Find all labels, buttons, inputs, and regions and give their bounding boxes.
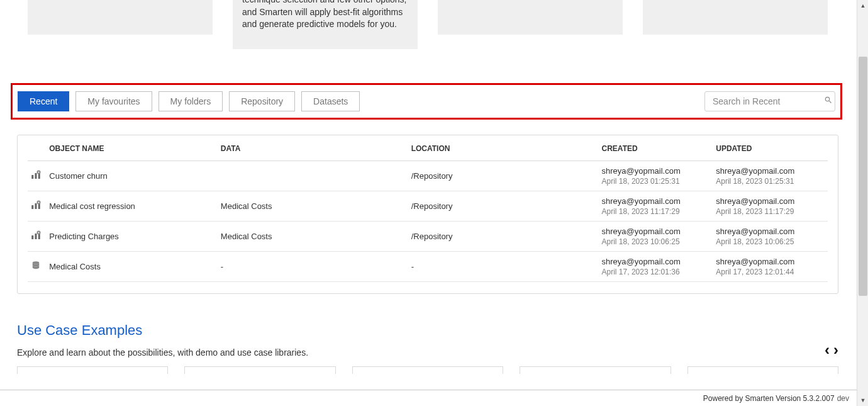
- carousel-prev-icon[interactable]: ‹: [825, 341, 830, 359]
- cell-object-name: Medical Costs: [47, 252, 218, 282]
- feature-card-2-text: technique selection and few other option…: [233, 0, 418, 38]
- feature-card-1: [28, 0, 213, 35]
- cell-object-name: Medical cost regression: [47, 191, 218, 222]
- cell-updated: shreya@yopmail.comApril 18, 2023 10:06:2…: [713, 222, 828, 252]
- vertical-scrollbar[interactable]: ▲ ▼: [857, 0, 868, 406]
- footer-text: Powered by Smarten Version 5.3.2.007: [703, 394, 835, 403]
- col-header-data: DATA: [218, 135, 409, 161]
- cell-created: shreya@yopmail.comApril 18, 2023 11:17:2…: [599, 191, 714, 222]
- search-input[interactable]: [711, 96, 824, 107]
- col-header-object-name: OBJECT NAME: [47, 135, 218, 161]
- recent-objects-panel: OBJECT NAME DATA LOCATION CREATED UPDATE…: [17, 135, 838, 294]
- cell-updated: shreya@yopmail.comApril 17, 2023 12:01:4…: [713, 252, 828, 282]
- scroll-thumb[interactable]: [859, 57, 867, 296]
- scroll-up-icon[interactable]: ▲: [857, 0, 868, 11]
- svg-rect-1: [35, 173, 37, 179]
- footer-suffix: dev: [837, 394, 849, 403]
- col-header-updated: UPDATED: [713, 135, 828, 161]
- svg-rect-0: [31, 175, 33, 179]
- cell-data: -: [218, 252, 409, 282]
- usecase-section: Use Case Examples Explore and learn abou…: [17, 322, 838, 374]
- svg-point-15: [33, 261, 40, 264]
- usecase-card-row: [17, 366, 838, 374]
- table-row[interactable]: Predicting ChargesMedical Costs/Reposito…: [28, 222, 828, 252]
- usecase-card[interactable]: [184, 366, 335, 374]
- cell-updated: shreya@yopmail.comApril 18, 2023 01:25:3…: [713, 161, 828, 191]
- usecase-card[interactable]: [17, 366, 168, 374]
- cell-location: /Repository: [409, 191, 599, 222]
- feature-card-2: technique selection and few other option…: [233, 0, 418, 49]
- search-container: [704, 91, 835, 111]
- cell-data: Medical Costs: [218, 191, 409, 222]
- tab-datasets[interactable]: Datasets: [301, 91, 360, 111]
- cell-object-name: Predicting Charges: [47, 222, 218, 252]
- svg-point-9: [38, 201, 39, 203]
- cell-location: /Repository: [409, 222, 599, 252]
- tab-bar: RecentMy favouritesMy foldersRepositoryD…: [18, 91, 366, 111]
- recent-objects-table: OBJECT NAME DATA LOCATION CREATED UPDATE…: [28, 135, 828, 282]
- tab-repository[interactable]: Repository: [229, 91, 295, 111]
- usecase-subtitle: Explore and learn about the possibilitie…: [17, 347, 838, 358]
- footer-bar: Powered by Smarten Version 5.3.2.007 dev: [0, 390, 868, 406]
- feature-card-4: [643, 0, 828, 35]
- svg-point-4: [38, 171, 39, 172]
- svg-rect-11: [35, 234, 37, 239]
- model-icon: [30, 200, 42, 211]
- dataset-icon: [30, 260, 42, 271]
- svg-rect-10: [31, 235, 33, 239]
- usecase-card[interactable]: [520, 366, 670, 374]
- cell-data: Medical Costs: [218, 222, 409, 252]
- tab-recent[interactable]: Recent: [18, 91, 69, 111]
- usecase-title: Use Case Examples: [17, 322, 838, 339]
- scroll-down-icon[interactable]: ▼: [857, 395, 868, 406]
- cell-updated: shreya@yopmail.comApril 18, 2023 11:17:2…: [713, 191, 828, 222]
- cell-location: /Repository: [409, 161, 599, 191]
- usecase-card[interactable]: [687, 366, 838, 374]
- model-icon: [30, 230, 42, 241]
- usecase-card[interactable]: [352, 366, 503, 374]
- tab-section: RecentMy favouritesMy foldersRepositoryD…: [11, 83, 842, 120]
- col-header-location: LOCATION: [409, 135, 599, 161]
- cell-object-name: Customer churn: [47, 161, 218, 191]
- main-scroll-region: technique selection and few other option…: [0, 0, 857, 386]
- cell-created: shreya@yopmail.comApril 18, 2023 01:25:3…: [599, 161, 714, 191]
- cell-data: [218, 161, 409, 191]
- table-row[interactable]: Medical cost regressionMedical Costs/Rep…: [28, 191, 828, 222]
- cell-created: shreya@yopmail.comApril 18, 2023 10:06:2…: [599, 222, 714, 252]
- table-row[interactable]: Medical Costs--shreya@yopmail.comApril 1…: [28, 252, 828, 282]
- model-icon: [30, 169, 42, 181]
- search-icon[interactable]: [824, 96, 833, 107]
- feature-cards-row: technique selection and few other option…: [0, 0, 857, 50]
- svg-rect-6: [35, 203, 37, 209]
- svg-rect-5: [31, 205, 33, 209]
- col-header-created: CREATED: [599, 135, 714, 161]
- table-row[interactable]: Customer churn/Repositoryshreya@yopmail.…: [28, 161, 828, 191]
- tab-my-folders[interactable]: My folders: [159, 91, 223, 111]
- cell-created: shreya@yopmail.comApril 17, 2023 12:01:3…: [599, 252, 714, 282]
- carousel-next-icon[interactable]: ›: [833, 341, 838, 359]
- cell-location: -: [409, 252, 599, 282]
- usecase-carousel-nav: ‹ ›: [825, 341, 838, 359]
- svg-point-14: [38, 232, 39, 233]
- tab-my-favourites[interactable]: My favourites: [75, 91, 152, 111]
- feature-card-3: [438, 0, 623, 35]
